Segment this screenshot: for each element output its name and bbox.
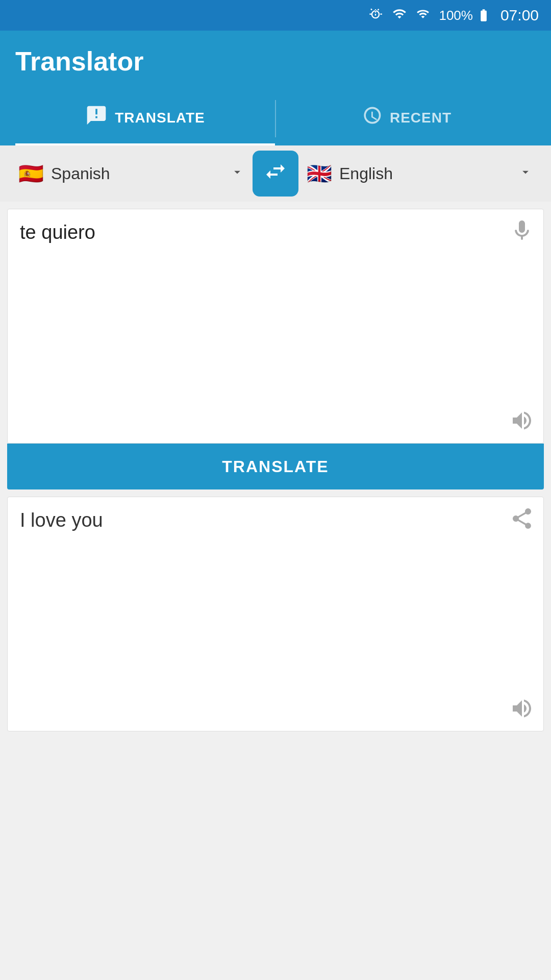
target-language-name: English: [339, 164, 393, 183]
share-icon: [510, 506, 534, 531]
input-section: te quiero: [7, 209, 544, 444]
clock-icon: [360, 104, 383, 131]
language-bar: 🇪🇸 Spanish 🇬🇧 English: [0, 145, 551, 202]
app-header: Translator TRANSLATE RECENT: [0, 31, 551, 145]
target-dropdown-icon: [518, 165, 533, 182]
translate-button-label: TRANSLATE: [222, 457, 329, 476]
microphone-icon: [510, 218, 534, 243]
input-speaker-icon: [510, 408, 534, 433]
output-speaker-button[interactable]: [510, 696, 534, 723]
wifi-icon: [392, 7, 407, 24]
source-dropdown-icon: [230, 165, 244, 182]
source-text-input[interactable]: te quiero: [8, 209, 543, 413]
app-title: Translator: [15, 46, 536, 92]
source-flag: 🇪🇸: [18, 162, 44, 186]
output-section: I love you: [7, 497, 544, 731]
source-language-name: Spanish: [51, 164, 110, 183]
tab-bar: TRANSLATE RECENT: [15, 92, 536, 145]
signal-icon: [416, 7, 430, 24]
microphone-button[interactable]: [510, 218, 534, 245]
swap-icon: [263, 159, 288, 188]
input-speaker-button[interactable]: [510, 408, 534, 435]
share-button[interactable]: [510, 506, 534, 533]
tab-recent[interactable]: RECENT: [276, 92, 536, 145]
status-time: 07:00: [500, 7, 539, 24]
tab-translate[interactable]: TRANSLATE: [15, 92, 275, 145]
target-flag: 🇬🇧: [307, 162, 332, 186]
source-language-selector[interactable]: 🇪🇸 Spanish: [10, 162, 253, 186]
alarm-icon: [368, 7, 383, 24]
tab-recent-label: RECENT: [390, 110, 452, 126]
target-language-selector[interactable]: 🇬🇧 English: [298, 162, 541, 186]
translate-button[interactable]: TRANSLATE: [7, 444, 544, 489]
status-bar: 100% 07:00: [0, 0, 551, 31]
tab-translate-label: TRANSLATE: [115, 110, 205, 126]
swap-languages-button[interactable]: [253, 151, 298, 197]
chat-icon: [85, 104, 108, 131]
output-speaker-icon: [510, 696, 534, 721]
battery-status: 100%: [439, 8, 491, 23]
translated-text: I love you: [8, 497, 543, 701]
